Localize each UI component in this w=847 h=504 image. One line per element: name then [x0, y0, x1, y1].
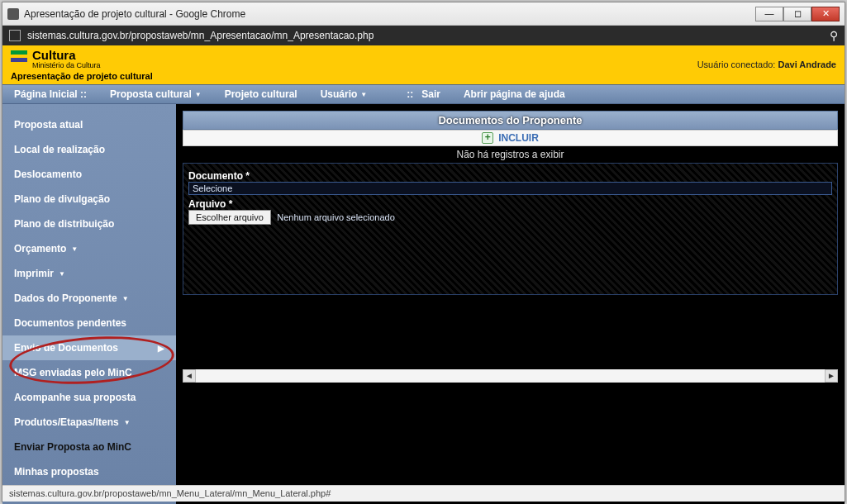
choose-file-button[interactable]: Escolher arquivo — [188, 210, 271, 225]
sidebar-label: Orçamento — [14, 243, 66, 254]
file-none-text: Nenhum arquivo selecionado — [277, 212, 394, 222]
sidebar-item-produtos[interactable]: Produtos/Etapas/Itens▼ — [2, 410, 176, 435]
minimize-button[interactable]: — — [755, 7, 783, 21]
scroll-right-arrow[interactable]: ► — [825, 369, 838, 383]
page-favicon — [7, 8, 19, 20]
form-area: Documento * Selecione Arquivo * Escolher… — [183, 163, 838, 295]
scroll-track[interactable] — [196, 370, 825, 382]
bookmark-icon[interactable]: ⚲ — [830, 29, 838, 42]
brand-text: Cultura Ministério da Cultura — [32, 49, 101, 69]
panel-title: Documentos do Proponente — [183, 111, 838, 130]
documento-select[interactable]: Selecione — [188, 182, 832, 195]
sidebar-label: Produtos/Etapas/Itens — [14, 416, 119, 428]
sidebar-item-enviar-proposta[interactable]: Enviar Proposta ao MinC — [2, 435, 176, 459]
chevron-right-icon: ▶ — [158, 344, 164, 353]
brand-name: Cultura — [32, 49, 101, 61]
caret-down-icon: ▼ — [124, 419, 131, 426]
sidebar-label: Imprimir — [14, 268, 54, 279]
row-documento: Documento * Selecione — [188, 170, 832, 195]
sidebar-item-msg[interactable]: MSG enviadas pelo MinC — [2, 360, 176, 385]
url-bar[interactable]: sistemas.cultura.gov.br/propostaweb/mn_A… — [2, 26, 845, 45]
menu-projeto[interactable]: Projeto cultural — [225, 88, 297, 100]
include-label: INCLUIR — [498, 132, 539, 144]
sidebar-label: Envio de Documentos — [14, 342, 118, 354]
window-buttons: — ◻ ✕ — [755, 7, 840, 21]
browser-window: Apresentação de projeto cultural - Googl… — [2, 2, 845, 502]
sidebar-item-proposta-atual[interactable]: Proposta atual — [2, 112, 176, 137]
app-body: Proposta atual Local de realização Deslo… — [2, 104, 845, 504]
sidebar-item-minhas-propostas[interactable]: Minhas propostas — [2, 459, 176, 484]
sidebar-item-documentos-pendentes[interactable]: Documentos pendentes — [2, 311, 176, 335]
content-area: Documentos do Proponente + INCLUIR Não h… — [176, 104, 845, 504]
url-text: sistemas.cultura.gov.br/propostaweb/mn_A… — [27, 30, 374, 41]
sidebar-item-envio-documentos[interactable]: Envio de Documentos▶ — [2, 335, 176, 360]
menu-usuario-label: Usuário — [321, 88, 358, 100]
window-titlebar: Apresentação de projeto cultural - Googl… — [2, 2, 845, 26]
sidebar-item-deslocamento[interactable]: Deslocamento — [2, 162, 176, 187]
scroll-left-arrow[interactable]: ◄ — [183, 369, 196, 383]
horizontal-scrollbar[interactable]: ◄ ► — [183, 369, 838, 383]
sidebar-item-imprimir[interactable]: Imprimir▼ — [2, 261, 176, 286]
sidebar-item-distribuicao[interactable]: Plano de distribuição — [2, 212, 176, 236]
sidebar: Proposta atual Local de realização Deslo… — [2, 104, 176, 504]
status-bar: sistemas.cultura.gov.br/propostaweb/mn_M… — [2, 485, 845, 502]
row-arquivo: Arquivo * Escolher arquivo Nenhum arquiv… — [188, 198, 832, 225]
close-button[interactable]: ✕ — [811, 7, 840, 21]
brasil-flag-icon — [11, 50, 27, 62]
user-label: Usuário conectado: — [697, 59, 778, 69]
menu-proposta[interactable]: Proposta cultural▼ — [110, 88, 202, 100]
sidebar-item-divulgacao[interactable]: Plano de divulgação — [2, 187, 176, 212]
caret-down-icon: ▼ — [122, 295, 129, 302]
sidebar-item-dados-proponente[interactable]: Dados do Proponente▼ — [2, 286, 176, 311]
no-records-text: Não há registros a exibir — [183, 146, 838, 163]
caret-down-icon: ▼ — [195, 91, 202, 98]
include-button[interactable]: + INCLUIR — [183, 130, 838, 146]
caret-down-icon: ▼ — [71, 245, 78, 253]
arquivo-label: Arquivo * — [188, 198, 232, 210]
window-title: Apresentação de projeto cultural - Googl… — [24, 8, 755, 20]
documento-label: Documento * — [188, 170, 250, 182]
top-menu: Página Inicial :: Proposta cultural▼ Pro… — [2, 84, 845, 104]
user-name: Davi Andrade — [778, 59, 836, 69]
page-subtitle: Apresentação de projeto cultural — [2, 71, 845, 84]
menu-ajuda[interactable]: Abrir página de ajuda — [464, 88, 565, 100]
menu-proposta-label: Proposta cultural — [110, 88, 192, 100]
maximize-button[interactable]: ◻ — [783, 7, 811, 21]
menu-usuario[interactable]: Usuário▼ — [321, 88, 368, 100]
brand-sub: Ministério da Cultura — [32, 61, 101, 69]
sidebar-item-acompanhe[interactable]: Acompanhe sua proposta — [2, 385, 176, 410]
sidebar-item-orcamento[interactable]: Orçamento▼ — [2, 236, 176, 261]
caret-down-icon: ▼ — [59, 270, 65, 278]
menu-sair[interactable]: Sair — [407, 88, 440, 100]
menu-home[interactable]: Página Inicial :: — [14, 88, 87, 100]
caret-down-icon: ▼ — [360, 91, 367, 98]
brand-bar: Cultura Ministério da Cultura Usuário co… — [2, 45, 845, 71]
plus-icon: + — [482, 132, 493, 144]
sidebar-item-local[interactable]: Local de realização — [2, 137, 176, 162]
page-icon — [9, 30, 21, 41]
user-connected: Usuário conectado: Davi Andrade — [697, 59, 836, 69]
sidebar-label: Dados do Proponente — [14, 292, 117, 304]
